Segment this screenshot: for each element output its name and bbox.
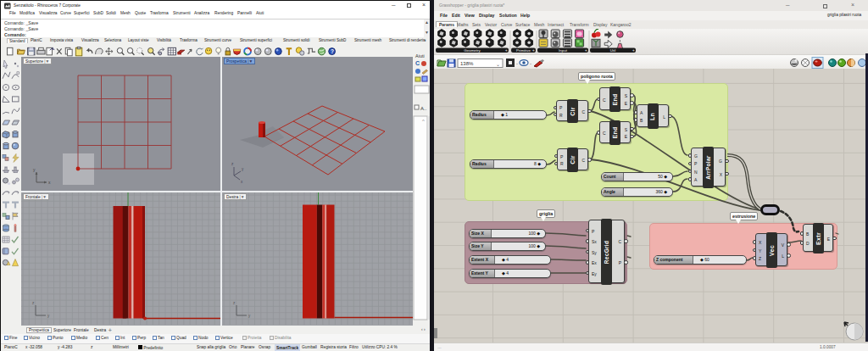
svg-text:Util: Util: [610, 48, 615, 53]
svg-text:+: +: [585, 48, 587, 53]
svg-text:A..: A..: [420, 106, 427, 111]
svg-text:y: y: [33, 167, 36, 172]
svg-text:Geometry: Geometry: [464, 48, 481, 53]
svg-text:^: ^: [422, 119, 425, 124]
svg-text:y: y: [248, 314, 251, 318]
svg-text:-: -: [530, 61, 531, 66]
svg-text:-: -: [516, 61, 518, 66]
svg-text:Input: Input: [559, 48, 568, 53]
svg-text:⌄: ⌄: [496, 62, 500, 67]
svg-text:z: z: [231, 162, 234, 166]
svg-text:+: +: [505, 48, 508, 53]
svg-text:x: x: [48, 180, 51, 185]
svg-text:x: x: [241, 180, 243, 184]
svg-text:y: y: [242, 167, 244, 171]
svg-text:?: ?: [331, 48, 334, 54]
svg-text:+: +: [532, 48, 535, 53]
svg-text:C: C: [415, 60, 420, 66]
svg-text:z: z: [233, 301, 236, 305]
svg-text:z: z: [32, 301, 35, 305]
svg-text:+: +: [632, 48, 635, 53]
svg-text:y: y: [47, 314, 50, 318]
svg-text:138%: 138%: [460, 61, 474, 66]
svg-text:Primitive: Primitive: [516, 48, 531, 53]
